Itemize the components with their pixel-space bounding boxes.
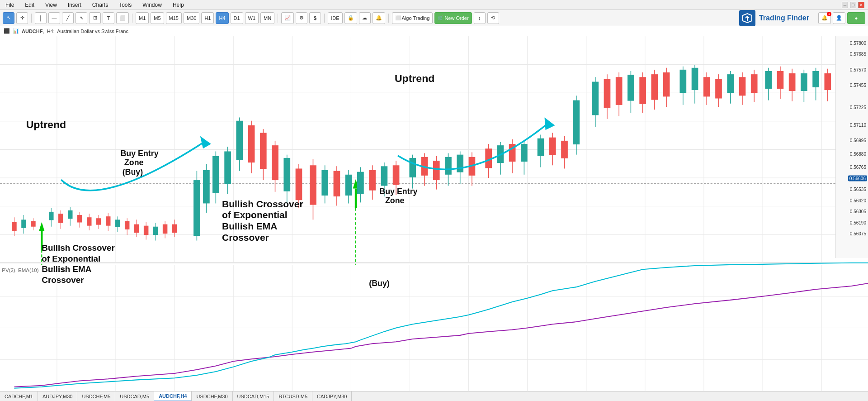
chart-type-btn[interactable]: 📈 — [281, 12, 294, 24]
svg-text:of Exponential: of Exponential — [222, 210, 288, 220]
svg-rect-60 — [172, 224, 177, 233]
svg-text:Zone: Zone — [385, 196, 405, 205]
svg-rect-163 — [801, 73, 807, 91]
minimize-button[interactable]: ─ — [842, 2, 848, 8]
svg-marker-213 — [544, 118, 555, 130]
menu-charts[interactable]: Charts — [90, 1, 110, 9]
tf-mn[interactable]: MN — [260, 12, 274, 24]
svg-rect-86 — [334, 171, 340, 196]
symbol-label: AUDCHF — [22, 29, 42, 34]
svg-rect-95 — [369, 170, 376, 191]
svg-rect-145 — [692, 68, 698, 90]
user-btn[interactable]: 👤 — [833, 12, 845, 24]
svg-rect-72 — [248, 125, 255, 162]
tf-m5[interactable]: M5 — [151, 12, 164, 24]
svg-rect-34 — [49, 212, 53, 220]
chart-main[interactable]: PV(2), EMA(10) 27.1131 1.07743 1.05504 6… — [0, 36, 868, 391]
svg-rect-70 — [236, 121, 243, 160]
select-tool-btn[interactable]: ↖ — [3, 12, 14, 24]
tf-h4[interactable]: H4 — [216, 12, 228, 24]
svg-text:Bullish Crossover: Bullish Crossover — [42, 243, 114, 253]
tab-usdcad-m5[interactable]: USDCAD,M5 — [115, 391, 154, 401]
tf-d1[interactable]: D1 — [231, 12, 243, 24]
chart-symbol-tf: AUDCHF, H4: Australian Dollar vs Swiss F… — [22, 29, 128, 34]
chart-settings-btn[interactable]: ⚙ — [296, 12, 307, 24]
tf-m15[interactable]: M15 — [166, 12, 182, 24]
svg-text:(Buy): (Buy) — [369, 279, 390, 288]
tab-cadchf-m1[interactable]: CADCHF,M1 — [0, 391, 38, 401]
tab-usdchf-m5[interactable]: USDCHF,M5 — [77, 391, 115, 401]
main-toolbar: ↖ ✛ │ — ╱ ∿ ⊞ T ⬜ M1 M5 M15 M30 H1 H4 D1… — [0, 10, 868, 26]
tab-audjpy-m30[interactable]: AUDJPY,M30 — [38, 391, 77, 401]
tf-label: H4 — [47, 29, 53, 34]
ide-btn[interactable]: IDE — [328, 12, 342, 24]
crosshair-tool-btn[interactable]: ✛ — [16, 12, 28, 24]
svg-rect-117 — [509, 144, 516, 162]
depth-btn[interactable]: ↕ — [474, 12, 486, 24]
svg-rect-155 — [751, 74, 758, 93]
svg-rect-129 — [592, 82, 599, 115]
chart-info-bar: ⬛ 📊 AUDCHF, H4: Australian Dollar vs Swi… — [0, 26, 868, 36]
text-btn[interactable]: T — [103, 12, 114, 24]
svg-rect-139 — [651, 74, 658, 100]
tf-h1[interactable]: H1 — [201, 12, 214, 24]
svg-rect-147 — [703, 77, 710, 96]
menu-insert[interactable]: Insert — [66, 1, 83, 9]
menu-tools[interactable]: Tools — [117, 1, 133, 9]
vertical-line-btn[interactable]: │ — [35, 12, 47, 24]
shape-btn[interactable]: ⬜ — [116, 12, 129, 24]
fib-btn[interactable]: ⊞ — [89, 12, 101, 24]
svg-rect-153 — [739, 77, 746, 95]
svg-rect-161 — [789, 73, 796, 91]
price-label-5: 0.57225 — [850, 105, 866, 110]
tab-btcusd-m5[interactable]: BTCUSD,M5 — [274, 391, 312, 401]
tf-w1[interactable]: W1 — [245, 12, 259, 24]
chart-container: PV(2), EMA(10) 27.1131 1.07743 1.05504 6… — [0, 36, 868, 391]
tab-usdchf-m30[interactable]: USDCHF,M30 — [192, 391, 232, 401]
tab-audchf-h4[interactable]: AUDCHF,H4 — [154, 391, 192, 401]
new-order-btn[interactable]: 🛒 New Order — [434, 12, 472, 24]
price-label-9: 0.56765 — [850, 165, 866, 170]
svg-rect-74 — [260, 133, 267, 169]
svg-text:Bullish EMA: Bullish EMA — [42, 264, 91, 274]
svg-rect-119 — [521, 144, 528, 162]
menu-view[interactable]: View — [43, 1, 59, 9]
svg-rect-42 — [87, 217, 91, 225]
price-label-6: 0.57110 — [850, 123, 866, 128]
lock-btn[interactable]: 🔒 — [344, 12, 357, 24]
dollar-sign-btn[interactable]: $ — [309, 12, 321, 24]
svg-rect-137 — [639, 77, 646, 104]
price-label-8: 0.56880 — [850, 151, 866, 156]
svg-rect-52 — [134, 224, 139, 233]
brand-logo-icon — [739, 10, 755, 26]
curve-btn[interactable]: ∿ — [75, 12, 87, 24]
menu-edit[interactable]: Edit — [23, 1, 36, 9]
svg-rect-38 — [68, 210, 72, 219]
menu-file[interactable]: File — [4, 1, 16, 9]
chart-icon: ⬛ — [4, 28, 10, 34]
tf-m1[interactable]: M1 — [136, 12, 149, 24]
tf-m30[interactable]: M30 — [184, 12, 199, 24]
refresh-btn[interactable]: ⟲ — [487, 12, 499, 24]
tab-cadjpy-m30[interactable]: CADJPY,M30 — [312, 391, 352, 401]
menu-bar: File Edit View Insert Charts Tools Windo… — [0, 0, 868, 10]
menu-help[interactable]: Help — [171, 1, 186, 9]
svg-text:Zone: Zone — [124, 158, 144, 167]
notification-bell-btn[interactable]: 🔔 1 — [818, 12, 831, 24]
horizontal-line-btn[interactable]: — — [48, 12, 60, 24]
svg-rect-29 — [31, 221, 35, 226]
price-label-11: 0.56420 — [850, 198, 866, 203]
algo-trading-btn[interactable]: ⬜ Algo Trading — [392, 12, 433, 24]
close-button[interactable]: ✕ — [858, 2, 864, 8]
trendline-btn[interactable]: ╱ — [62, 12, 74, 24]
svg-rect-151 — [727, 74, 734, 93]
status-btn[interactable]: ● — [847, 12, 865, 24]
cloud-btn[interactable]: ☁ — [359, 12, 371, 24]
menu-window[interactable]: Window — [141, 1, 164, 9]
toolbar-separator-2 — [132, 14, 132, 23]
svg-rect-165 — [812, 71, 819, 87]
svg-rect-111 — [469, 157, 476, 176]
maximize-button[interactable]: □ — [850, 2, 856, 8]
tab-usdcad-m15[interactable]: USDCAD,M15 — [233, 391, 274, 401]
alerts-btn[interactable]: 🔔 — [373, 12, 385, 24]
